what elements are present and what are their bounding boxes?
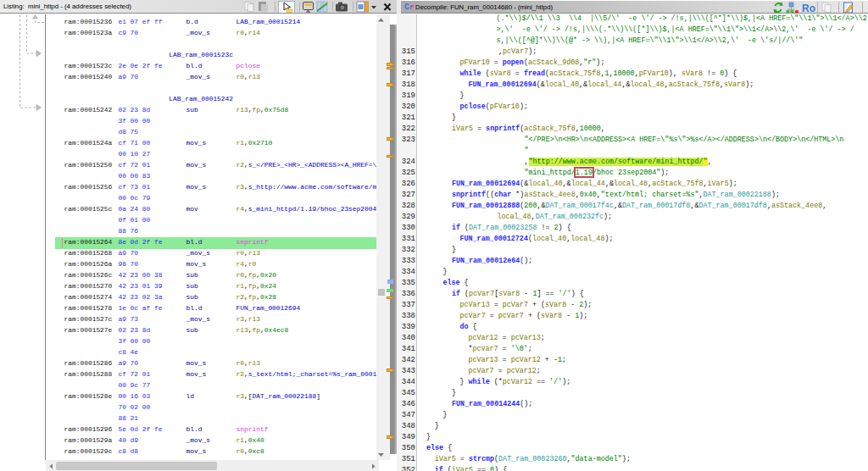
svg-text:Ro: Ro: [802, 3, 815, 14]
